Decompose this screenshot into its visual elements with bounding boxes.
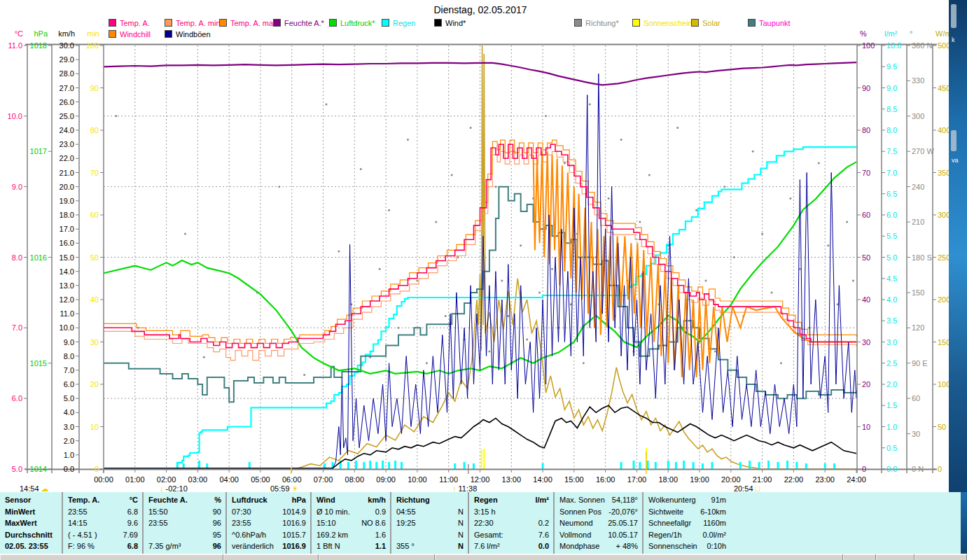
richtung-dot bbox=[846, 221, 848, 223]
svg-text:24.0: 24.0 bbox=[60, 126, 74, 134]
status-bar-segment bbox=[876, 554, 914, 560]
legend-label: Taupunkt bbox=[759, 19, 791, 27]
regen-swatch-icon bbox=[382, 19, 389, 27]
svg-text:60: 60 bbox=[912, 394, 920, 402]
svg-text:5.0: 5.0 bbox=[64, 394, 74, 402]
svg-text:18.0: 18.0 bbox=[60, 211, 74, 219]
richtung-dot bbox=[407, 139, 409, 141]
table-cell-row: 169.2 km1.6 bbox=[316, 529, 386, 541]
svg-text:9.0: 9.0 bbox=[12, 183, 22, 191]
status-bar-segment bbox=[435, 554, 843, 560]
table-column-wind: Windkm/hØ 10 min.0.915:10NO 8.6169.2 km1… bbox=[310, 492, 390, 554]
status-bar-segment bbox=[843, 554, 876, 560]
svg-text:90: 90 bbox=[90, 84, 99, 92]
richtung-dot bbox=[799, 268, 801, 270]
luftdruck-swatch-icon bbox=[329, 19, 337, 27]
status-bar bbox=[0, 554, 967, 560]
x-axis-hour-label: 18:00 bbox=[658, 475, 678, 484]
table-cell-row: 1 Bft N1.1 bbox=[316, 540, 386, 552]
legend-item-feuchte-a: Feuchte A.* bbox=[273, 19, 324, 28]
svg-text:17.0: 17.0 bbox=[60, 225, 74, 233]
legend-item-windboeen: Windböen bbox=[165, 30, 211, 39]
richtung-dot bbox=[388, 209, 390, 211]
legend-item-solar: Solar bbox=[691, 19, 721, 28]
desktop-label-fragment: va bbox=[952, 157, 959, 164]
svg-text:330: 330 bbox=[912, 76, 924, 85]
richtung-dot bbox=[545, 115, 547, 117]
table-cell-row: N bbox=[396, 529, 464, 541]
svg-text:7.0: 7.0 bbox=[886, 169, 897, 177]
legend-label: Temp. A. min bbox=[176, 19, 221, 27]
richtung-dot bbox=[494, 186, 496, 188]
astro-info-column: Max. Sonnen54,118°Sonnen Pos-20,076°Neum… bbox=[553, 492, 642, 554]
desktop-label-fragment: k bbox=[952, 36, 955, 43]
svg-text:50: 50 bbox=[90, 253, 99, 262]
x-axis-hour-label: 04:00 bbox=[219, 475, 239, 484]
column-header: Temp. A.°C bbox=[68, 494, 138, 506]
svg-text:90: 90 bbox=[862, 84, 870, 92]
richtung-dot bbox=[470, 127, 472, 129]
richtung-dot bbox=[520, 244, 522, 246]
svg-text:22.0: 22.0 bbox=[60, 154, 74, 162]
legend-item-taupunkt: Taupunkt bbox=[748, 19, 791, 28]
table-cell-row: 95 bbox=[148, 529, 221, 541]
info-row: Vollmond10.05.17 bbox=[559, 529, 638, 541]
x-axis-hour-label: 14:00 bbox=[533, 475, 552, 484]
x-axis-hour-label: 11:00 bbox=[439, 475, 458, 484]
desktop-background-strip-bottom bbox=[961, 492, 967, 554]
legend-label: Windchill bbox=[120, 30, 151, 38]
column-header: Regenl/m² bbox=[474, 494, 549, 506]
svg-text:10.0: 10.0 bbox=[60, 323, 74, 332]
x-axis-hour-label: 12:00 bbox=[471, 475, 490, 484]
svg-text:1.5: 1.5 bbox=[886, 401, 897, 410]
table-cell-row: 19:25N bbox=[396, 517, 464, 529]
richtung-dot bbox=[398, 327, 400, 329]
svg-text:60: 60 bbox=[90, 211, 99, 219]
richtung-dot bbox=[583, 362, 585, 364]
x-axis-hour-label: 24:00 bbox=[847, 475, 866, 484]
svg-text:26.0: 26.0 bbox=[60, 98, 74, 106]
richtung-dot bbox=[526, 339, 528, 341]
table-cell-row: ( - 4.51 )7.69 bbox=[68, 529, 138, 541]
legend-item-sonnenschein: Sonnenschein bbox=[632, 19, 693, 28]
x-axis-hour-label: 08:00 bbox=[345, 475, 365, 484]
windchill-swatch-icon bbox=[109, 30, 116, 38]
table-cell-row: veränderlich1016.9 bbox=[232, 540, 306, 552]
svg-text:90 E: 90 E bbox=[912, 359, 928, 368]
weather-chart-svg: 5.06.07.08.09.010.011.0°C101410151016101… bbox=[0, 0, 967, 492]
svg-text:1.0: 1.0 bbox=[886, 423, 897, 431]
table-cell-row: 15:5090 bbox=[148, 506, 221, 518]
info-row: Neumond25.05.17 bbox=[559, 517, 638, 529]
svg-text:14.0: 14.0 bbox=[60, 267, 74, 276]
svg-text:9.5: 9.5 bbox=[886, 62, 897, 71]
x-axis-hour-label: 19:00 bbox=[690, 475, 709, 484]
svg-text:10.0: 10.0 bbox=[8, 112, 22, 120]
legend-item-temp-a: Temp. A. bbox=[109, 19, 150, 28]
svg-text:12.0: 12.0 bbox=[60, 295, 74, 304]
richtung-dot bbox=[639, 221, 641, 223]
svg-text:16.0: 16.0 bbox=[60, 239, 74, 247]
x-axis-hour-label: 10:00 bbox=[408, 475, 427, 484]
svg-text:40: 40 bbox=[90, 295, 99, 304]
svg-text:3.5: 3.5 bbox=[886, 316, 897, 325]
x-axis-hour-label: 21:00 bbox=[753, 475, 772, 484]
richtung-dot bbox=[379, 268, 381, 270]
svg-text:4.0: 4.0 bbox=[886, 295, 897, 304]
svg-text:1015: 1015 bbox=[30, 359, 47, 368]
richtung-dot bbox=[761, 232, 763, 234]
column-header: LuftdruckhPa bbox=[232, 494, 306, 506]
windboeen-swatch-icon bbox=[165, 30, 172, 38]
table-row-label: Durchschnitt bbox=[5, 529, 57, 541]
richtung-dot bbox=[780, 362, 782, 364]
legend-label: Temp. A. bbox=[120, 19, 150, 27]
status-bar-segment bbox=[223, 554, 319, 560]
x-axis-hour-label: 06:00 bbox=[282, 475, 302, 484]
x-axis-hour-label: 03:00 bbox=[188, 475, 208, 484]
svg-text:4.0: 4.0 bbox=[64, 408, 74, 416]
svg-text:11.0: 11.0 bbox=[60, 309, 74, 318]
wind-swatch-icon bbox=[434, 19, 442, 27]
richtung-dot bbox=[676, 127, 679, 129]
richtung-dot bbox=[620, 139, 622, 141]
legend-item-wind: Wind* bbox=[434, 19, 466, 28]
richtung-dot bbox=[451, 174, 453, 176]
